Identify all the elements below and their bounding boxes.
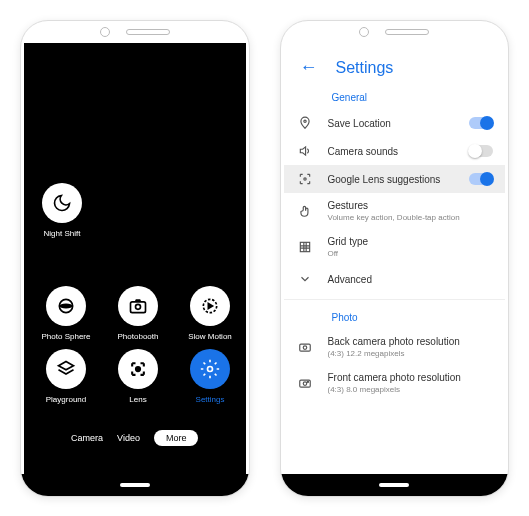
mode-photo-sphere[interactable]: Photo Sphere [34, 286, 98, 341]
mode-playground[interactable]: Playground [34, 349, 98, 404]
lens-icon [296, 172, 314, 186]
svg-point-14 [307, 381, 308, 382]
camera-modes-grid: Photo Sphere Photobooth Slow Motion Play… [34, 286, 236, 404]
sphere-icon [46, 286, 86, 326]
phone-settings: ← Settings General Save Location Camera … [280, 20, 510, 497]
playground-icon [46, 349, 86, 389]
phone-camera: Night Shift Photo Sphere Photobooth Slow… [20, 20, 250, 497]
mode-lens[interactable]: Lens [106, 349, 170, 404]
mode-night-shift[interactable]: Night Shift [42, 183, 82, 238]
svg-point-7 [303, 120, 305, 122]
settings-screen: ← Settings General Save Location Camera … [284, 43, 506, 474]
mode-camera[interactable]: Camera [71, 433, 103, 443]
row-grid-type[interactable]: Grid typeOff [284, 229, 506, 265]
gesture-icon [296, 204, 314, 218]
sound-icon [296, 144, 314, 158]
row-camera-sounds[interactable]: Camera sounds [284, 137, 506, 165]
lens-icon [118, 349, 158, 389]
row-advanced[interactable]: Advanced [284, 265, 506, 293]
toggle-location[interactable] [469, 117, 493, 129]
divider [284, 299, 506, 300]
mode-more[interactable]: More [154, 430, 199, 446]
slowmo-icon [190, 286, 230, 326]
section-photo: Photo [284, 306, 506, 329]
svg-rect-10 [299, 344, 310, 351]
camera-screen: Night Shift Photo Sphere Photobooth Slow… [24, 43, 246, 474]
grid-icon [296, 240, 314, 254]
moon-icon [42, 183, 82, 223]
row-back-camera-res[interactable]: Back camera photo resolution(4:3) 12.2 m… [284, 329, 506, 365]
svg-point-11 [303, 346, 307, 350]
mode-photobooth[interactable]: Photobooth [106, 286, 170, 341]
phone-speaker [21, 21, 249, 43]
toggle-lens[interactable] [469, 173, 493, 185]
svg-point-8 [303, 178, 305, 180]
mode-slow-motion[interactable]: Slow Motion [178, 286, 242, 341]
camera-icon [118, 286, 158, 326]
capture-modes: Camera Video More [24, 430, 246, 446]
mode-video[interactable]: Video [117, 433, 140, 443]
back-arrow-icon[interactable]: ← [300, 57, 318, 78]
toggle-sounds[interactable] [469, 145, 493, 157]
location-icon [296, 116, 314, 130]
camera-front-icon [296, 376, 314, 390]
gear-icon [190, 349, 230, 389]
nav-bar[interactable] [21, 474, 249, 496]
row-save-location[interactable]: Save Location [284, 109, 506, 137]
night-shift-label: Night Shift [44, 229, 81, 238]
row-front-camera-res[interactable]: Front camera photo resolution(4:3) 8.0 m… [284, 365, 506, 401]
nav-bar[interactable] [281, 474, 509, 496]
svg-point-13 [303, 382, 307, 386]
svg-point-5 [136, 367, 140, 371]
svg-point-1 [59, 304, 72, 309]
svg-point-3 [136, 304, 141, 309]
settings-header: ← Settings [284, 43, 506, 86]
row-lens-suggestions[interactable]: Google Lens suggestions [284, 165, 506, 193]
chevron-down-icon [296, 272, 314, 286]
phone-speaker [281, 21, 509, 43]
page-title: Settings [336, 59, 394, 77]
svg-rect-9 [300, 242, 309, 251]
camera-back-icon [296, 340, 314, 354]
row-gestures[interactable]: GesturesVolume key action, Double-tap ac… [284, 193, 506, 229]
svg-rect-2 [131, 302, 146, 313]
mode-settings[interactable]: Settings [178, 349, 242, 404]
section-general: General [284, 86, 506, 109]
svg-point-6 [208, 367, 213, 372]
